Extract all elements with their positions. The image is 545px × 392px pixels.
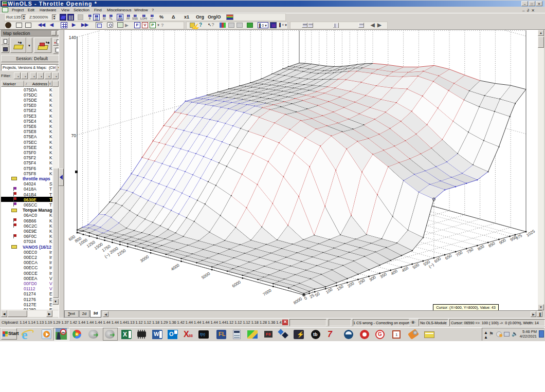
svg-text:250: 250 — [358, 278, 367, 286]
svg-text:5000: 5000 — [201, 271, 211, 281]
svg-text:975: 975 — [515, 233, 523, 241]
svg-text:350: 350 — [379, 272, 388, 279]
svg-text:300: 300 — [369, 275, 377, 283]
svg-text:1025: 1025 — [525, 229, 536, 238]
svg-text:700: 700 — [455, 250, 464, 258]
svg-text:800: 800 — [477, 244, 485, 252]
svg-text:8000: 8000 — [293, 296, 303, 306]
svg-text:3000: 3000 — [139, 254, 150, 264]
svg-text:900: 900 — [498, 238, 507, 246]
svg-text:150: 150 — [336, 284, 344, 292]
svg-text:70: 70 — [71, 133, 77, 138]
svg-text:0: 0 — [303, 295, 308, 301]
svg-text:450: 450 — [401, 266, 410, 273]
svg-text:4000: 4000 — [170, 263, 180, 272]
svg-text:6000: 6000 — [231, 279, 242, 289]
svg-text:140: 140 — [69, 35, 76, 40]
svg-text:650: 650 — [444, 253, 453, 261]
svg-text:750: 750 — [466, 247, 475, 255]
svg-text:600: 600 — [433, 256, 442, 264]
svg-text:100: 100 — [325, 287, 334, 295]
svg-text:7000: 7000 — [262, 288, 272, 297]
svg-text:200: 200 — [347, 281, 355, 289]
svg-text:850: 850 — [487, 241, 496, 249]
svg-text:500: 500 — [412, 263, 421, 270]
svg-text:400: 400 — [390, 269, 399, 276]
